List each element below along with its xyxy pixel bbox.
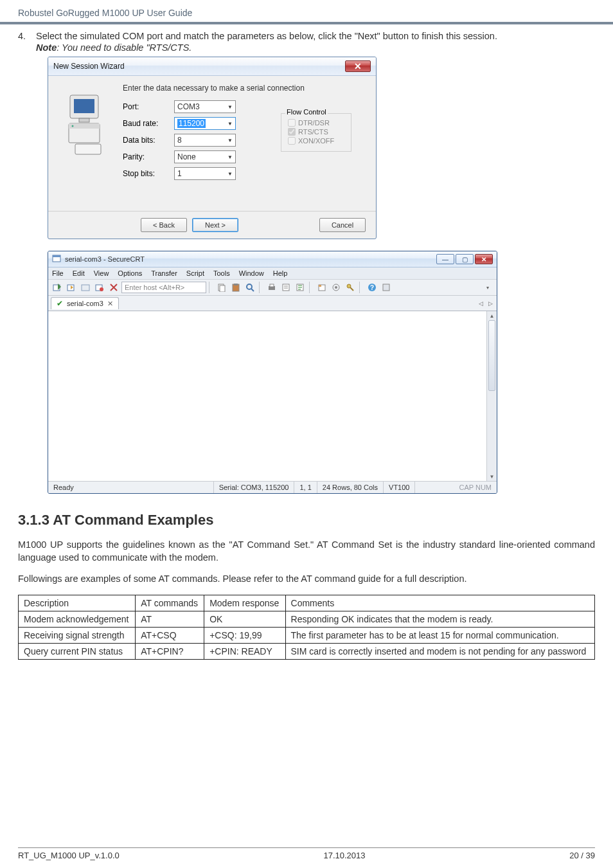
back-button[interactable]: < Back (141, 218, 187, 232)
note-line: Note: You need to disable "RTS/CTS. (36, 42, 595, 53)
para-1: M1000 UP supports the guidelines known a… (18, 539, 595, 564)
scroll-up-icon[interactable]: ▲ (487, 311, 497, 320)
step-text: Select the simulated COM port and match … (36, 31, 497, 41)
help-icon[interactable]: ? (366, 282, 378, 293)
find-icon[interactable] (244, 282, 256, 293)
menu-script[interactable]: Script (186, 269, 204, 277)
menu-window[interactable]: Window (239, 269, 264, 277)
port-label: Port: (123, 102, 174, 111)
menu-tools[interactable]: Tools (213, 269, 230, 277)
connect-icon[interactable] (51, 282, 64, 293)
flow-title: Flow Control (285, 108, 328, 116)
next-button[interactable]: Next > (192, 218, 238, 232)
wizard-titlebar[interactable]: New Session Wizard ✕ (48, 57, 376, 76)
port-value: COM3 (177, 102, 200, 111)
xon-checkbox[interactable]: XON/XOFF (288, 137, 344, 145)
properties-icon[interactable] (280, 282, 292, 293)
parity-select[interactable]: None ▼ (174, 150, 236, 163)
toolbar-separator (209, 282, 213, 293)
footer-right: 20 / 39 (569, 851, 595, 860)
about-icon[interactable] (380, 282, 393, 293)
chevron-down-icon: ▼ (227, 104, 233, 110)
scroll-down-icon[interactable]: ▼ (487, 472, 497, 481)
svg-rect-27 (319, 285, 321, 287)
status-term: VT100 (384, 482, 415, 493)
menu-edit[interactable]: Edit (73, 269, 85, 277)
toolbar-overflow-icon[interactable]: ▾ (481, 282, 494, 293)
status-ready: Ready (48, 482, 214, 493)
menu-transfer[interactable]: Transfer (151, 269, 177, 277)
toolbar: Enter host <Alt+R> ? ▾ (48, 280, 497, 296)
scrt-title-text: serial-com3 - SecureCRT (65, 255, 432, 263)
print-icon[interactable] (265, 282, 278, 293)
tab-serial-com3[interactable]: ✔ serial-com3 ✕ (51, 297, 119, 309)
cancel-button[interactable]: Cancel (319, 218, 366, 232)
svg-text:?: ? (370, 284, 374, 291)
status-size: 24 Rows, 80 Cols (317, 482, 384, 493)
databits-value: 8 (177, 136, 182, 145)
parity-label: Parity: (123, 152, 174, 161)
svg-rect-15 (220, 285, 225, 292)
baud-value: 115200 (177, 119, 206, 128)
terminal-area[interactable]: ▲ ▼ (48, 311, 497, 481)
toolbar-separator (309, 282, 313, 293)
chevron-down-icon: ▼ (227, 171, 233, 177)
menu-file[interactable]: File (52, 269, 64, 277)
tab-label: serial-com3 (67, 300, 103, 307)
wizard-computer-icon (58, 84, 116, 208)
main-content: 4. Select the simulated COM port and mat… (0, 24, 613, 494)
close-icon[interactable]: ✕ (475, 254, 493, 264)
newtab-icon[interactable] (315, 282, 328, 293)
maximize-icon[interactable]: ▢ (456, 254, 474, 264)
statusbar: Ready Serial: COM3, 115200 1, 1 24 Rows,… (48, 481, 497, 493)
key-icon[interactable] (344, 282, 357, 293)
para-2: Followings are examples of some AT comma… (18, 573, 595, 586)
status-serial: Serial: COM3, 115200 (214, 482, 295, 493)
disconnect-icon[interactable] (93, 282, 106, 293)
scrollbar[interactable]: ▲ ▼ (486, 311, 497, 481)
log-icon[interactable] (294, 282, 306, 293)
host-input[interactable]: Enter host <Alt+R> (121, 282, 206, 293)
baud-label: Baud rate: (123, 119, 174, 128)
at-commands-table: Description AT commands Modem response C… (18, 595, 595, 660)
port-select[interactable]: COM3 ▼ (174, 100, 236, 113)
menu-view[interactable]: View (94, 269, 109, 277)
menu-help[interactable]: Help (273, 269, 288, 277)
th-resp: Modem response (204, 595, 285, 611)
rts-checkbox[interactable]: RTS/CTS (288, 128, 344, 136)
dtr-checkbox[interactable]: DTR/DSR (288, 119, 344, 127)
cancel-icon[interactable] (107, 282, 120, 293)
copy-icon[interactable] (215, 282, 228, 293)
table-header-row: Description AT commands Modem response C… (19, 595, 595, 611)
svg-point-13 (100, 287, 103, 291)
minimize-icon[interactable]: — (436, 254, 454, 264)
svg-rect-21 (270, 284, 274, 287)
flow-control-group: Flow Control DTR/DSR RTS/CTS XON/XOFF (281, 113, 351, 152)
note-rest: : You need to disable "RTS/CTS. (57, 42, 191, 53)
footer-left: RT_UG_M1000 UP_v.1.0.0 (18, 851, 120, 860)
wizard-fields: Enter the data necessary to make a seria… (123, 84, 366, 208)
chevron-down-icon: ▼ (227, 121, 233, 127)
paste-icon[interactable] (229, 282, 242, 293)
stopbits-select[interactable]: 1 ▼ (174, 167, 236, 180)
page-footer: RT_UG_M1000 UP_v.1.0.0 17.10.2013 20 / 3… (18, 847, 595, 860)
parity-value: None (177, 152, 196, 161)
tab-next-icon[interactable]: ▷ (488, 300, 493, 307)
tab-prev-icon[interactable]: ◁ (479, 300, 483, 307)
svg-line-31 (350, 287, 353, 291)
svg-rect-6 (75, 144, 101, 154)
settings-icon[interactable] (330, 282, 342, 293)
svg-rect-22 (283, 284, 289, 291)
menu-options[interactable]: Options (118, 269, 142, 277)
scroll-thumb[interactable] (488, 320, 495, 391)
scrt-titlebar[interactable]: serial-com3 - SecureCRT — ▢ ✕ (48, 251, 497, 267)
svg-point-29 (335, 286, 337, 289)
reconnect-icon[interactable] (79, 282, 92, 293)
toolbar-separator (259, 282, 263, 293)
databits-select[interactable]: 8 ▼ (174, 134, 236, 147)
baud-select[interactable]: 115200 ▼ (174, 117, 236, 130)
quickconnect-icon[interactable] (65, 282, 78, 293)
tab-close-icon[interactable]: ✕ (107, 300, 113, 308)
close-icon[interactable]: ✕ (345, 60, 371, 72)
toolbar-separator (359, 282, 363, 293)
